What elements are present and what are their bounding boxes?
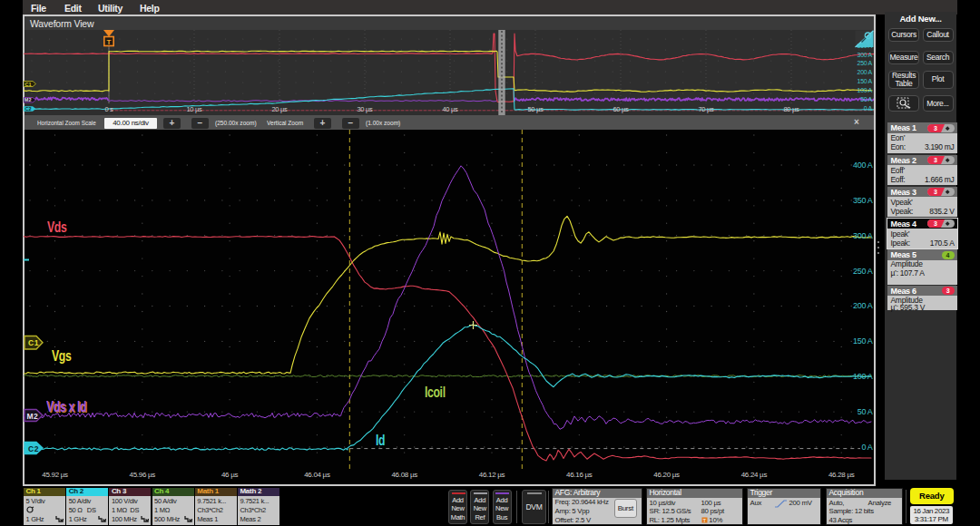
svg-text:C1: C1: [28, 338, 39, 347]
svg-text:M2: M2: [27, 412, 38, 421]
svg-text:3: 3: [934, 125, 937, 132]
svg-text:3: 3: [934, 157, 937, 163]
svg-text:C1: C1: [25, 82, 32, 87]
svg-text:3: 3: [934, 220, 937, 227]
svg-text:M2: M2: [24, 97, 32, 102]
svg-text:4: 4: [946, 252, 949, 258]
svg-text:C2: C2: [25, 106, 32, 112]
svg-text:C2: C2: [28, 444, 39, 453]
svg-text:3: 3: [934, 189, 937, 195]
svg-text:3: 3: [946, 287, 949, 294]
svg-text:T: T: [107, 38, 112, 46]
